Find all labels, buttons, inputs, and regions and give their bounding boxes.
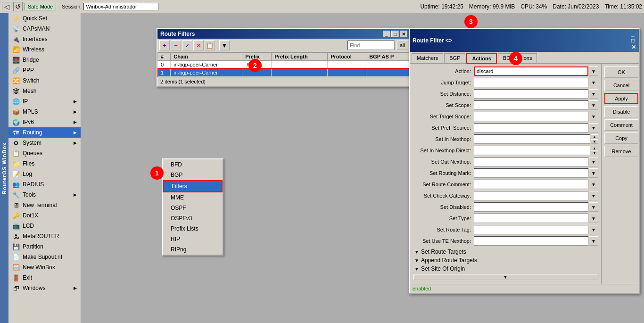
action-input[interactable] (474, 66, 588, 76)
sidebar-item-interfaces[interactable]: 🔌Interfaces (8, 34, 81, 44)
set-scope-dropdown[interactable]: ▼ (589, 100, 598, 110)
scroll-down-button[interactable]: ▼ (413, 274, 597, 280)
tab-actions[interactable]: Actions (466, 53, 496, 64)
maximize-button[interactable]: □ (391, 31, 399, 37)
scroll-up-2[interactable]: ▲ (591, 146, 598, 150)
set-route-comment-dropdown[interactable]: ▼ (589, 180, 598, 189)
remove-button[interactable]: Remove (604, 146, 638, 157)
section-append-route-targets[interactable]: ▼ Append Route Targets (413, 256, 598, 265)
remove-button[interactable]: − (171, 40, 181, 50)
set-type-input[interactable] (474, 214, 588, 223)
sidebar-item-windows[interactable]: 🗗Windows▶ (8, 283, 81, 293)
set-use-te-nexthop-dropdown[interactable]: ▼ (589, 236, 598, 246)
sidebar-item-capsman[interactable]: 📡CAPsMAN (8, 24, 81, 34)
ok-button[interactable]: OK (604, 66, 638, 78)
search-input[interactable] (347, 41, 395, 50)
scroll-up[interactable]: ▲ (591, 134, 598, 139)
sidebar-item-ip[interactable]: 🌐IP▶ (8, 96, 81, 107)
sidebar-item-mpls[interactable]: 📦MPLS▶ (8, 107, 81, 117)
sidebar-item-metarouter[interactable]: 🖧MetaROUTER (8, 231, 81, 241)
submenu-bfd[interactable]: BFD (163, 159, 223, 170)
set-out-nexthop-dropdown[interactable]: ▼ (589, 157, 598, 166)
scroll-down-2[interactable]: ▼ (591, 150, 598, 155)
action-dropdown-button[interactable]: ▼ (589, 66, 598, 76)
section-set-route-targets[interactable]: ▼ Set Route Targets (413, 248, 598, 256)
set-out-nexthop-input[interactable] (474, 157, 588, 166)
submenu-filters[interactable]: Filters (163, 180, 223, 192)
sidebar-item-ppp[interactable]: 🔗PPP (8, 65, 81, 75)
sidebar-item-partition[interactable]: 💾Partition (8, 241, 81, 252)
col-prefix-len[interactable]: Prefix Length (272, 53, 328, 61)
add-button[interactable]: + (159, 40, 170, 50)
set-routing-mark-dropdown[interactable]: ▼ (589, 168, 598, 178)
sidebar-item-queues[interactable]: 📋Queues (8, 148, 81, 158)
set-scope-input[interactable] (474, 100, 588, 110)
cancel-button[interactable]: Cancel (604, 80, 638, 91)
sidebar-item-bridge[interactable]: 🌉Bridge (8, 55, 81, 65)
submenu-prefix-lists[interactable]: Prefix Lists (163, 224, 223, 234)
submenu-mme[interactable]: MME (163, 192, 223, 203)
scroll-down-indicator[interactable]: ▼ (413, 273, 598, 281)
set-disabled-dropdown[interactable]: ▼ (589, 202, 598, 212)
sidebar-item-ipv6[interactable]: 🌍IPv6▶ (8, 117, 81, 127)
submenu-bgp[interactable]: BGP (163, 170, 223, 180)
col-bgp[interactable]: BGP AS P (366, 53, 410, 61)
search-all-button[interactable]: all (396, 41, 408, 50)
set-pref-source-dropdown[interactable]: ▼ (589, 123, 598, 133)
back-button[interactable]: ◁ (2, 2, 11, 11)
set-route-comment-input[interactable] (474, 180, 588, 189)
close-button[interactable]: ✕ (400, 31, 407, 37)
set-pref-source-input[interactable] (474, 123, 588, 133)
col-prefix[interactable]: Prefix (242, 53, 272, 61)
minimize-button[interactable]: _ (383, 31, 390, 37)
table-row[interactable]: 0 in-bgp-peer-Carrier :/0 (158, 61, 410, 69)
sidebar-item-new-winbox[interactable]: 🪟New WinBox (8, 262, 81, 273)
sidebar-item-wireless[interactable]: 📶Wireless (8, 44, 81, 55)
refresh-button[interactable]: ↺ (13, 2, 23, 11)
tab-bgp[interactable]: BGP (444, 53, 465, 63)
set-type-dropdown[interactable]: ▼ (589, 214, 598, 223)
sidebar-item-switch[interactable]: 🔀Switch (8, 75, 81, 86)
set-disabled-input[interactable] (474, 202, 588, 212)
copy-button[interactable]: Copy (604, 133, 638, 144)
submenu-rip[interactable]: RIP (163, 234, 223, 244)
set-target-scope-dropdown[interactable]: ▼ (589, 112, 598, 121)
jump-target-input[interactable] (474, 78, 588, 87)
tab-matchers[interactable]: Matchers (412, 53, 443, 63)
paste-button[interactable]: 📋 (205, 40, 215, 50)
dialog-close-button[interactable]: ✕ (631, 44, 636, 50)
sidebar-item-log[interactable]: 📝Log (8, 169, 81, 179)
sidebar-item-radius[interactable]: 👥RADIUS (8, 179, 81, 190)
set-route-tag-input[interactable] (474, 225, 588, 234)
comment-button[interactable]: Comment (604, 119, 638, 131)
sidebar-item-mesh[interactable]: 🕸Mesh (8, 86, 81, 96)
col-num[interactable]: # (158, 53, 171, 61)
apply-button[interactable]: Apply (604, 93, 638, 104)
sidebar-item-dot1x[interactable]: 🔑Dot1X (8, 210, 81, 221)
set-routing-mark-input[interactable] (474, 168, 588, 178)
set-use-te-nexthop-input[interactable] (474, 236, 588, 246)
submenu-ospfv3[interactable]: OSPFv3 (163, 213, 223, 224)
sidebar-item-quick-set[interactable]: ⚡Quick Set (8, 13, 81, 24)
scroll-down[interactable]: ▼ (591, 139, 598, 144)
set-check-gateway-dropdown[interactable]: ▼ (589, 191, 598, 200)
sidebar-item-system[interactable]: ⚙System▶ (8, 138, 81, 148)
set-in-nexthop-direct-input[interactable] (474, 146, 590, 155)
set-distance-input[interactable] (474, 89, 588, 99)
sidebar-item-routing[interactable]: 🗺Routing▶ (8, 127, 81, 138)
table-row[interactable]: 1 in-bgp-peer-Carrier (158, 69, 410, 77)
dialog-maximize-button[interactable]: □ (631, 37, 636, 44)
sidebar-item-lcd[interactable]: 📺LCD (8, 221, 81, 231)
set-distance-dropdown[interactable]: ▼ (589, 89, 598, 99)
tab-bgp-actions[interactable]: BGP Actions (498, 53, 537, 63)
submenu-ripng[interactable]: RIPng (163, 244, 223, 255)
sidebar-item-tools[interactable]: 🔧Tools▶ (8, 190, 81, 200)
cross-button[interactable]: ✕ (193, 40, 204, 50)
set-target-scope-input[interactable] (474, 112, 588, 121)
session-input[interactable] (83, 3, 159, 10)
safe-mode-button[interactable]: Safe Mode (25, 3, 56, 10)
set-route-tag-dropdown[interactable]: ▼ (589, 225, 598, 234)
filter-button[interactable]: ▼ (219, 40, 230, 50)
sidebar-item-make-supout[interactable]: 📄Make Supout.rif (8, 252, 81, 262)
sidebar-item-exit[interactable]: 🚪Exit (8, 273, 81, 283)
